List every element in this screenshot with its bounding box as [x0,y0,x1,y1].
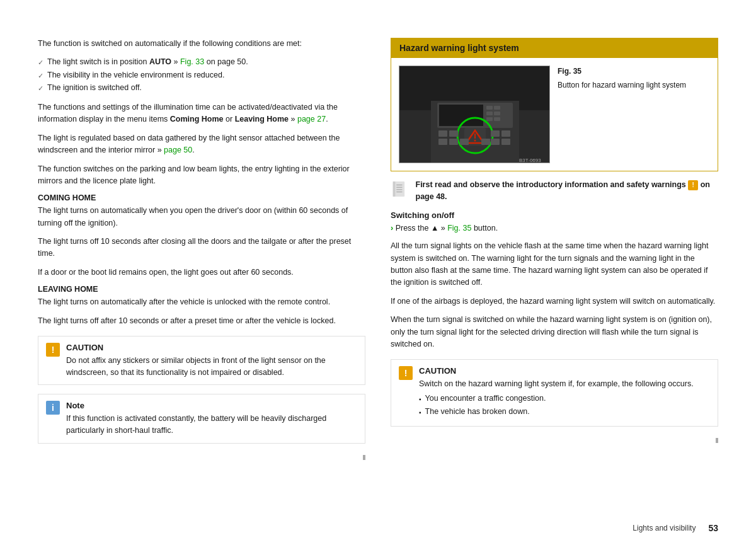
book-icon [391,179,410,199]
svg-rect-20 [438,139,447,145]
caution-box-2: ! CAUTION Switch on the hazard warning l… [391,359,718,427]
svg-rect-9 [494,112,500,115]
caution-text-main: Switch on the hazard warning light syste… [419,379,694,388]
note-box-1: i Note If this function is activated con… [38,394,365,444]
check-mark-1: ✓ [38,57,43,68]
switching-instruction: › Press the ▲ » Fig. 35 button. [391,222,718,234]
hazard-image-row: B3T-0693 Fig. 35 Button for hazard warni… [399,66,710,163]
fig-number: Fig. 35 [558,66,686,77]
check-mark-3: ✓ [38,83,43,94]
svg-rect-22 [460,139,469,145]
hazard-section-header: Hazard warning light system [391,38,718,58]
checklist: ✓ The light switch is in position AUTO »… [38,56,365,94]
svg-rect-24 [491,139,500,145]
svg-point-15 [474,140,476,142]
bullet-1: ▪ [419,394,421,405]
switching-heading: Switching on/off [391,210,718,220]
warn-icon: ! [688,180,698,190]
coming-home-para2: The light turns off 10 seconds after clo… [38,236,365,260]
caution-list-text-1: You encounter a traffic congestion. [425,393,546,405]
svg-rect-5 [486,106,493,110]
note-text-1: If this function is activated constantly… [66,413,357,437]
intro-text: The function is switched on automaticall… [38,38,365,50]
caution-list-item-1: ▪ You encounter a traffic congestion. [419,393,694,405]
svg-rect-7 [486,117,493,121]
para2: The light is regulated based on data gat… [38,132,365,157]
caution-icon-2: ! [399,366,413,380]
caution-box-1: ! CAUTION Do not affix any stickers or s… [38,336,365,386]
svg-rect-25 [501,139,510,145]
caution-text-1: Do not affix any stickers or similar obj… [66,355,357,379]
page-number: 53 [708,523,718,533]
caution-content-2: CAUTION Switch on the hazard warning lig… [419,366,694,420]
caution-content-1: CAUTION Do not affix any stickers or sim… [66,343,357,379]
note-content-1: Note If this function is activated const… [66,401,357,437]
note-title-1: Note [66,401,357,410]
coming-home-para3: If a door or the boot lid remains open, … [38,267,365,279]
hazard-para2: If one of the airbags is deployed, the h… [391,296,718,308]
checklist-item-2: ✓ The visibility in the vehicle environm… [38,69,365,81]
svg-rect-6 [486,112,493,115]
caution-title-1: CAUTION [66,343,357,352]
scroll-indicator-right [716,438,718,443]
page-footer: Lights and visibility 53 [633,523,718,533]
checklist-text-1: The light switch is in position AUTO » F… [47,56,248,68]
note-icon-1: i [46,401,60,415]
coming-home-para1: The light turns on automatically when yo… [38,205,365,229]
caution-list-text-2: The vehicle has broken down. [425,406,530,418]
svg-rect-23 [481,139,490,145]
warning-note-text: First read and observe the introductory … [416,179,718,203]
coming-home-heading: COMING HOME [38,193,365,202]
para1: The functions and settings of the illumi… [38,101,365,126]
scroll-indicator-left [363,455,365,460]
svg-rect-10 [494,117,500,121]
leaving-home-para1: The light turns on automatically after t… [38,296,365,308]
checklist-text-3: The ignition is switched off. [47,82,142,94]
bullet-2: ▪ [419,408,421,418]
warning-note-box: First read and observe the introductory … [391,179,718,203]
svg-rect-4 [439,105,483,126]
caution-list: ▪ You encounter a traffic congestion. ▪ … [419,393,694,418]
caution-text-2: Switch on the hazard warning light syste… [419,378,694,418]
svg-rect-17 [449,130,458,137]
hazard-image: B3T-0693 [399,66,550,163]
svg-rect-16 [438,130,447,137]
svg-text:B3T-0693: B3T-0693 [519,158,541,163]
svg-rect-19 [501,130,510,137]
hazard-para1: All the turn signal lights on the vehicl… [391,240,718,289]
checklist-item-1: ✓ The light switch is in position AUTO »… [38,56,365,68]
arrow-bullet: › [391,224,393,233]
fig-caption-text: Button for hazard warning light system [558,79,686,91]
svg-rect-21 [449,139,458,145]
hazard-caption: Fig. 35 Button for hazard warning light … [558,66,686,91]
svg-rect-28 [393,181,396,197]
para3: The function switches on the parking and… [38,163,365,188]
right-column: Hazard warning light system [391,38,718,527]
leaving-home-para2: The light turns off after 10 seconds or … [38,315,365,327]
caution-title-2: CAUTION [419,366,694,376]
svg-rect-18 [491,130,500,137]
footer-section-label: Lights and visibility [633,524,696,532]
hazard-para3: When the turn signal is switched on whil… [391,314,718,350]
leaving-home-heading: LEAVING HOME [38,285,365,294]
left-column: The function is switched on automaticall… [38,38,365,527]
check-mark-2: ✓ [38,71,43,81]
hazard-content-box: B3T-0693 Fig. 35 Button for hazard warni… [391,58,718,171]
checklist-text-2: The visibility in the vehicle environmen… [47,69,224,81]
caution-icon-1: ! [46,343,60,357]
checklist-item-3: ✓ The ignition is switched off. [38,82,365,94]
svg-rect-8 [494,106,500,110]
caution-list-item-2: ▪ The vehicle has broken down. [419,406,694,418]
